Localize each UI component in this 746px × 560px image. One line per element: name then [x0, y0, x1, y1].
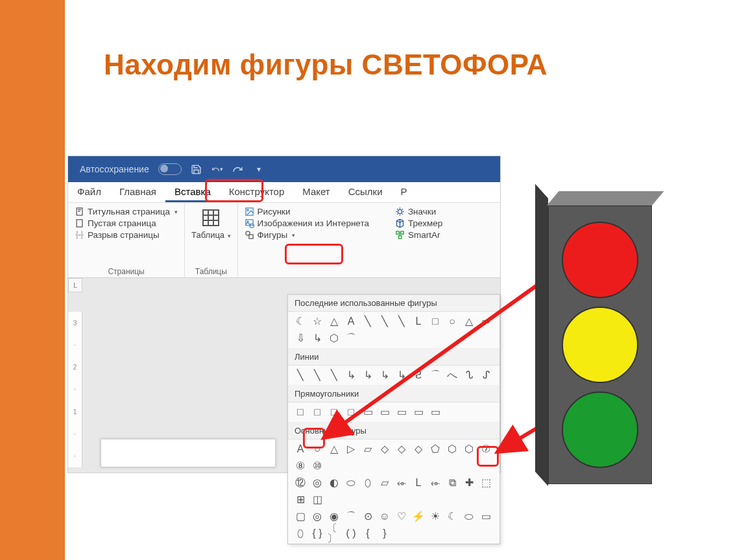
- shape-item[interactable]: 〔 〕: [327, 526, 341, 541]
- shape-item[interactable]: ⑦: [479, 442, 493, 456]
- shape-item[interactable]: ▢: [293, 509, 307, 524]
- shape-item[interactable]: A: [344, 314, 358, 329]
- tab-file[interactable]: Файл: [68, 182, 110, 202]
- shape-item[interactable]: ◇: [394, 442, 409, 456]
- shape-item[interactable]: ✚: [462, 476, 476, 490]
- shape-item[interactable]: ⬰: [428, 476, 442, 490]
- shape-item[interactable]: { }: [310, 526, 324, 541]
- shape-item[interactable]: ◐: [327, 476, 341, 490]
- shape-item[interactable]: L: [411, 476, 426, 490]
- shape-item[interactable]: ○: [310, 442, 324, 456]
- shape-item[interactable]: ▭: [378, 405, 392, 419]
- shape-item[interactable]: ⌒: [428, 368, 442, 382]
- shape-item[interactable]: ↳: [310, 331, 324, 345]
- shape-item[interactable]: ◇: [411, 442, 426, 456]
- shape-item[interactable]: ▭: [479, 509, 493, 524]
- document-page[interactable]: [101, 439, 276, 467]
- shape-item[interactable]: ◇: [378, 442, 392, 456]
- shape-item[interactable]: ╲: [310, 368, 324, 382]
- shape-item[interactable]: ↳: [361, 368, 375, 382]
- shape-item[interactable]: ▷: [344, 442, 358, 456]
- shape-item[interactable]: ⊙: [361, 509, 375, 524]
- shape-item[interactable]: △: [327, 442, 341, 456]
- shape-item[interactable]: ⬚: [479, 476, 493, 490]
- smartart-button[interactable]: SmartAr: [395, 230, 442, 240]
- pictures-button[interactable]: Рисунки: [245, 207, 369, 216]
- shape-item[interactable]: ╲: [293, 368, 307, 382]
- shape-item[interactable]: ⬡: [327, 331, 341, 345]
- shape-item[interactable]: ⬡: [462, 442, 476, 456]
- shape-item[interactable]: ⑩: [310, 459, 324, 473]
- shape-item[interactable]: ◎: [310, 476, 324, 490]
- shape-item[interactable]: ☾: [445, 509, 459, 524]
- shape-item[interactable]: △: [327, 314, 341, 329]
- shape-item[interactable]: □: [428, 314, 442, 329]
- shape-item[interactable]: ⬠: [428, 442, 442, 456]
- shape-item[interactable]: ◎: [310, 509, 324, 524]
- shape-item[interactable]: ◫: [310, 493, 324, 507]
- shape-item[interactable]: ⑫: [293, 476, 307, 490]
- shape-item[interactable]: ☆: [310, 314, 324, 329]
- shape-item[interactable]: □: [327, 405, 341, 419]
- shape-item[interactable]: ☺: [378, 509, 392, 524]
- shape-item[interactable]: ⬭: [344, 476, 358, 490]
- shape-item[interactable]: □: [293, 405, 307, 419]
- online-images-button[interactable]: Изображения из Интернета: [245, 218, 369, 228]
- shape-item[interactable]: ▱: [361, 442, 375, 456]
- shape-item[interactable]: L: [411, 314, 426, 329]
- shape-item[interactable]: }: [378, 526, 392, 541]
- shape-item[interactable]: ⇩: [293, 331, 307, 345]
- shape-item[interactable]: ◉: [327, 509, 341, 524]
- shape-item[interactable]: ╲: [361, 314, 375, 329]
- shape-item[interactable]: ⇨: [479, 314, 493, 329]
- redo-icon[interactable]: [232, 163, 244, 175]
- shape-item[interactable]: ᔐ: [462, 368, 476, 382]
- blank-page-button[interactable]: Пустая страница: [75, 218, 178, 228]
- cover-page-button[interactable]: Титульная страница ▾: [75, 207, 178, 216]
- autosave-toggle[interactable]: [158, 163, 182, 175]
- shape-item[interactable]: ↳: [378, 368, 392, 382]
- shape-item[interactable]: ╲: [378, 314, 392, 329]
- tab-insert[interactable]: Вставка: [165, 182, 220, 202]
- shape-item[interactable]: ⌒: [344, 509, 358, 524]
- shape-item[interactable]: へ: [445, 368, 459, 382]
- shape-item[interactable]: {: [361, 526, 375, 541]
- shape-item[interactable]: ☾: [293, 314, 307, 329]
- shape-item[interactable]: ⑧: [293, 459, 307, 473]
- tab-references[interactable]: Ссылки: [339, 182, 392, 202]
- shape-item[interactable]: ⬭: [462, 509, 476, 524]
- shape-item[interactable]: ⚡: [411, 509, 426, 524]
- shape-item[interactable]: ╲: [394, 314, 409, 329]
- tab-home[interactable]: Главная: [110, 182, 165, 202]
- shape-item[interactable]: ⬯: [293, 526, 307, 541]
- shape-item[interactable]: ▭: [394, 405, 409, 419]
- shape-item[interactable]: □: [310, 405, 324, 419]
- tab-more[interactable]: Р: [392, 182, 416, 202]
- shape-item[interactable]: ⌒: [344, 331, 358, 345]
- save-icon[interactable]: [191, 163, 202, 175]
- shape-item[interactable]: ⬯: [361, 476, 375, 490]
- shape-item[interactable]: ⬰: [394, 476, 409, 490]
- shape-item[interactable]: Ƨ: [411, 368, 426, 382]
- shape-item[interactable]: ↳: [344, 368, 358, 382]
- icons-button[interactable]: Значки: [395, 207, 442, 216]
- shape-item[interactable]: ⊞: [293, 493, 307, 507]
- shape-item[interactable]: ( ): [344, 526, 358, 541]
- shape-item[interactable]: ☀: [428, 509, 442, 524]
- shape-item[interactable]: ▭: [428, 405, 442, 419]
- shape-item[interactable]: ᔑ: [479, 368, 493, 382]
- shape-item[interactable]: ⬡: [445, 442, 459, 456]
- qa-customize-icon[interactable]: ▾: [253, 163, 265, 175]
- shape-item[interactable]: ▭: [411, 405, 426, 419]
- shape-item[interactable]: ↳: [394, 368, 409, 382]
- shape-item[interactable]: ▭: [361, 405, 375, 419]
- shape-item[interactable]: ╲: [327, 368, 341, 382]
- shape-item[interactable]: ○: [445, 314, 459, 329]
- shape-item[interactable]: ♡: [394, 509, 409, 524]
- tab-layout[interactable]: Макет: [293, 182, 339, 202]
- page-break-button[interactable]: Разрыв страницы: [75, 230, 178, 240]
- threed-button[interactable]: Трехмер: [395, 218, 442, 228]
- shapes-button[interactable]: Фигуры ▾: [245, 230, 369, 240]
- shape-item[interactable]: A: [293, 442, 307, 456]
- shape-item[interactable]: □: [344, 405, 358, 419]
